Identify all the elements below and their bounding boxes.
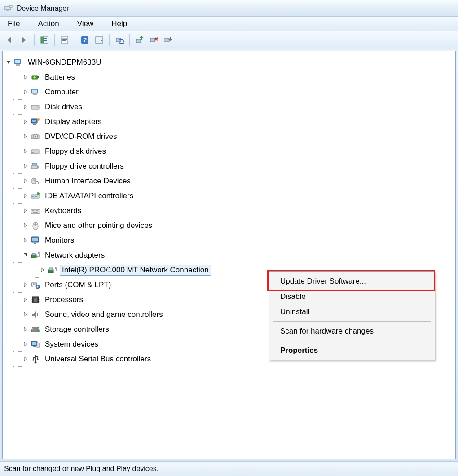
tree-node[interactable]: Network adapters — [5, 248, 453, 262]
toolbar-separator — [109, 34, 110, 46]
expand-icon[interactable] — [22, 208, 29, 214]
expand-icon[interactable] — [22, 133, 29, 140]
svg-rect-33 — [33, 124, 36, 125]
menu-action[interactable]: Action — [33, 18, 63, 30]
disable-icon — [164, 36, 173, 44]
action-button[interactable] — [92, 33, 106, 47]
svg-rect-62 — [34, 243, 36, 244]
tree-node-label[interactable]: Intel(R) PRO/1000 MT Network Connection — [60, 265, 211, 276]
tree-node-label[interactable]: WIN-6GNDEPM633U — [26, 57, 103, 68]
tree-node[interactable]: Floppy drive controllers — [5, 159, 453, 173]
tree-node[interactable]: Batteries — [5, 70, 453, 85]
expand-icon[interactable] — [22, 193, 29, 199]
tree-node-label[interactable]: Processors — [43, 294, 85, 305]
tree-node[interactable]: Mice and other pointing devices — [5, 218, 453, 233]
show-console-tree-button[interactable] — [38, 33, 51, 47]
tree-node[interactable]: Monitors — [5, 233, 453, 248]
expand-icon[interactable] — [22, 104, 29, 110]
ports-icon — [31, 280, 40, 290]
help-icon: ? — [80, 36, 89, 44]
uninstall-button[interactable] — [147, 33, 161, 47]
svg-rect-42 — [32, 163, 37, 165]
tree-node-label[interactable]: Display adapters — [43, 116, 104, 127]
tree-node-label[interactable]: IDE ATA/ATAPI controllers — [43, 191, 136, 201]
expand-icon[interactable] — [22, 163, 29, 169]
expand-icon[interactable] — [22, 119, 29, 125]
context-menu[interactable]: Update Driver Software...DisableUninstal… — [269, 271, 435, 360]
svg-rect-54 — [36, 210, 37, 211]
expand-icon[interactable] — [22, 89, 29, 95]
tree-node-label[interactable]: System devices — [43, 339, 101, 350]
tree-node[interactable]: IDE ATA/ATAPI controllers — [5, 188, 453, 203]
device-manager-window: Device Manager File Action View Help ? W… — [0, 0, 458, 476]
expand-icon[interactable] — [22, 311, 29, 318]
display-adapter-icon — [31, 117, 40, 127]
context-menu-item[interactable]: Update Driver Software... — [270, 274, 434, 289]
collapse-icon[interactable] — [5, 59, 12, 66]
tree-node[interactable]: Disk drives — [5, 99, 453, 114]
expand-icon[interactable] — [22, 178, 29, 184]
tree-node-label[interactable]: Network adapters — [43, 250, 107, 261]
tree-node[interactable]: Floppy disk drives — [5, 144, 453, 159]
tree-node-label[interactable]: Disk drives — [43, 102, 84, 112]
tree-node[interactable]: Human Interface Devices — [5, 173, 453, 188]
scan-hardware-button[interactable] — [113, 33, 126, 47]
expand-icon[interactable] — [22, 356, 29, 362]
svg-rect-21 — [15, 60, 20, 63]
tree-content[interactable]: WIN-6GNDEPM633UBatteriesComputerDisk dri… — [2, 51, 456, 459]
expand-icon[interactable] — [22, 326, 29, 333]
tree-node-label[interactable]: Mice and other pointing devices — [43, 220, 154, 231]
menu-view[interactable]: View — [73, 18, 98, 30]
back-button[interactable] — [3, 33, 17, 47]
expand-icon[interactable] — [22, 74, 29, 80]
tree-node-label[interactable]: DVD/CD-ROM drives — [43, 131, 119, 142]
tree-node-label[interactable]: Human Interface Devices — [43, 176, 133, 187]
tree-node-label[interactable]: Computer — [43, 87, 81, 98]
tree-node-label[interactable]: Sound, video and game controllers — [43, 309, 165, 320]
titlebar[interactable]: Device Manager — [0, 0, 458, 17]
svg-rect-9 — [62, 39, 67, 40]
svg-point-80 — [37, 329, 40, 332]
menu-help[interactable]: Help — [107, 18, 132, 30]
svg-point-37 — [35, 136, 36, 137]
expand-icon[interactable] — [22, 297, 29, 303]
expand-icon[interactable] — [22, 148, 29, 155]
svg-rect-45 — [33, 179, 35, 181]
context-menu-item[interactable]: Properties — [270, 343, 434, 358]
context-menu-item[interactable]: Scan for hardware changes — [270, 324, 434, 339]
tree-node-label[interactable]: Floppy disk drives — [43, 146, 108, 157]
help-button[interactable]: ? — [78, 33, 92, 47]
computer-icon — [13, 58, 23, 67]
menu-file[interactable]: File — [3, 18, 24, 30]
update-driver-button[interactable] — [133, 33, 146, 47]
expand-icon[interactable] — [22, 282, 29, 288]
tree-node-label[interactable]: Keyboards — [43, 205, 84, 216]
tree-node-label[interactable]: Ports (COM & LPT) — [43, 280, 113, 290]
tree-node-label[interactable]: Universal Serial Bus controllers — [43, 354, 153, 365]
tree-node-label[interactable]: Floppy drive controllers — [43, 161, 126, 172]
collapse-icon[interactable] — [22, 252, 29, 258]
tree-node[interactable]: Display adapters — [5, 114, 453, 129]
context-menu-item[interactable]: Disable — [270, 289, 434, 304]
context-menu-separator — [273, 321, 431, 322]
expand-icon[interactable] — [40, 267, 46, 273]
expand-icon[interactable] — [22, 237, 29, 244]
tree-node-label[interactable]: Batteries — [43, 72, 77, 83]
tree-node-label[interactable]: Storage controllers — [43, 324, 111, 335]
svg-rect-47 — [32, 196, 34, 197]
tree-node[interactable]: Keyboards — [5, 203, 453, 218]
tree-root-node[interactable]: WIN-6GNDEPM633U — [5, 55, 453, 70]
svg-rect-38 — [31, 150, 39, 154]
properties-button[interactable] — [58, 33, 71, 47]
disable-button[interactable] — [162, 33, 175, 47]
tree-node[interactable]: DVD/CD-ROM drives — [5, 129, 453, 144]
expand-icon[interactable] — [22, 341, 29, 347]
context-menu-item[interactable]: Uninstall — [270, 304, 434, 320]
svg-rect-40 — [32, 152, 34, 153]
forward-button[interactable] — [18, 33, 31, 47]
svg-rect-2 — [9, 5, 12, 7]
tree-node[interactable]: Computer — [5, 85, 453, 99]
tree-node-label[interactable]: Monitors — [43, 235, 76, 246]
update-driver-icon — [135, 36, 144, 44]
expand-icon[interactable] — [22, 222, 29, 229]
